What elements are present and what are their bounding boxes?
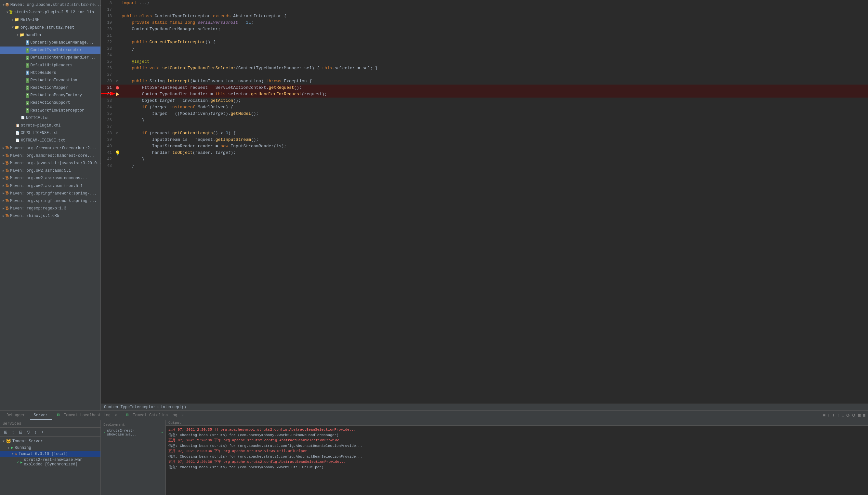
services-btn-filter[interactable]: ▽ [26, 429, 32, 435]
jar-expand-icon[interactable]: ▼ [6, 10, 8, 15]
handler-expand-icon[interactable]: ▶ [17, 33, 19, 38]
fold-icon-30[interactable]: ⊟ [117, 79, 118, 83]
sidebar-item-jar[interactable]: ▼ 🗜 struts2-rest-plugin-2.5.12.jar lib [0, 9, 101, 16]
spring1-expand-icon[interactable]: ▶ [3, 191, 4, 196]
services-btn-add[interactable]: + [40, 429, 45, 435]
bottom-btn-2[interactable]: ⬆ [827, 413, 830, 418]
server-detail: Deployment ✓ struts2-rest-showcase:wa...… [101, 420, 868, 495]
sidebar-item-maven-asm-commons[interactable]: ▶ 🗜 Maven: org.ow2.asm:asm-commons... [0, 175, 101, 182]
sidebar-item-struts2-re[interactable]: ▼ 📦 Maven: org.apache.struts2:struts2-re… [0, 1, 101, 9]
tomcat-version-expand-icon[interactable]: ▼ [12, 452, 14, 456]
sidebar-item-maven-hamcrest[interactable]: ▶ 🗜 Maven: org.hamcrest:hamcrest-core... [0, 152, 101, 160]
sidebar-item-RestActionProxyFactory[interactable]: C RestActionProxyFactory [0, 92, 101, 99]
bottom-btn-8[interactable]: ⊟ [858, 413, 861, 418]
sidebar-item-org-apache[interactable]: ▼ 📁 org.apache.struts2.rest [0, 24, 101, 32]
line-num-26: 26 [101, 65, 114, 71]
sidebar-item-NOTICE[interactable]: 📄 NOTICE.txt [0, 115, 101, 122]
bottom-btn-7[interactable]: ⟳ [852, 413, 856, 418]
freemarker-expand-icon[interactable]: ▶ [3, 146, 4, 151]
sidebar-item-maven-asm-tree[interactable]: ▶ 🗜 Maven: org.ow2.asm:asm-tree:5.1 [0, 183, 101, 190]
sidebar-item-HttpHeaders[interactable]: I HttpHeaders [0, 69, 101, 77]
regexp-expand-icon[interactable]: ▶ [3, 206, 4, 211]
bottom-tab-buttons: ≡ ⬆ ⬇ ↑ ↓ ⟳ ⟳ ⊟ ⊞ [823, 413, 865, 418]
sidebar-item-maven-spring2[interactable]: ▶ 🗜 Maven: org.springframework:spring-..… [0, 198, 101, 205]
tab-server[interactable]: Server [30, 411, 52, 420]
services-btn-sort[interactable]: ↕ [11, 429, 16, 435]
rhino-expand-icon[interactable]: ▶ [3, 214, 4, 219]
spring2-expand-icon[interactable]: ▶ [3, 199, 4, 204]
sidebar-item-label: Maven: org.springframework:spring-... [10, 198, 96, 204]
sidebar-item-handler[interactable]: ▶ 📁 handler [0, 32, 101, 39]
server-item-tomcat-version[interactable]: ▼ ⊙ Tomcat 6.0.10 [local] [0, 451, 101, 457]
line-num-19: 19 [101, 19, 114, 26]
sidebar-item-RestActionMapper[interactable]: C RestActionMapper [0, 84, 101, 92]
asm-commons-expand-icon[interactable]: ▶ [3, 176, 4, 181]
sidebar-item-XPP3[interactable]: 📄 XPP3-LICENSE.txt [0, 130, 101, 137]
line-content-33: Object target = invocation.getAction(); [120, 98, 241, 104]
services-btn-group[interactable]: ⊟ [18, 429, 24, 435]
breadcrumb-method[interactable]: intercept() [161, 405, 186, 409]
asm-tree-expand-icon[interactable]: ▶ [3, 184, 4, 189]
sidebar-item-struts-plugin-xml[interactable]: 📋 struts-plugin.xml [0, 122, 101, 130]
tab-tomcat-catalina[interactable]: 🖥 Tomcat Catalina Log × [121, 411, 187, 420]
deploy-arrow-icon: → [161, 431, 163, 434]
sidebar-item-XSTREAM[interactable]: 📄 XSTREAM-LICENSE.txt [0, 137, 101, 144]
server-item-deployment[interactable]: ✓ ▶ struts2-rest-showcase:war exploded [… [0, 457, 101, 467]
line-num-34: 34 [101, 104, 114, 110]
class-icon: C [26, 108, 29, 113]
meta-expand-icon[interactable]: ▶ [12, 18, 14, 23]
fold-icon-38[interactable]: ⊟ [117, 131, 118, 135]
sidebar-item-DefaultHttpHeaders[interactable]: C DefaultHttpHeaders [0, 62, 101, 69]
line-content-37 [120, 124, 122, 130]
line-content-41: handler.toObject(reader, target); [120, 150, 236, 156]
tab-tomcat-catalina-close[interactable]: × [182, 414, 184, 417]
javassist-expand-icon[interactable]: ▶ [3, 161, 4, 166]
bottom-btn-6[interactable]: ⟳ [846, 413, 850, 418]
sidebar-item-label: Maven: org.freemarker:freemarker:2... [10, 146, 96, 152]
bottom-btn-9[interactable]: ⊞ [863, 413, 865, 418]
sidebar-item-RestActionInvocation[interactable]: C RestActionInvocation [0, 77, 101, 84]
bottom-btn-4[interactable]: ↑ [837, 413, 839, 418]
tab-tomcat-localhost[interactable]: 🖥 Tomcat Localhost Log × [52, 411, 121, 420]
bottom-btn-5[interactable]: ↓ [842, 413, 844, 418]
hamcrest-expand-icon[interactable]: ▶ [3, 153, 4, 158]
sidebar-item-maven-javassist[interactable]: ▶ 🗜 Maven: org.javassist:javassist:3.20.… [0, 160, 101, 167]
asm-expand-icon[interactable]: ▶ [3, 169, 4, 174]
server-expand-icon[interactable]: ▼ [3, 440, 4, 443]
sidebar-item-maven-freemarker[interactable]: ▶ 🗜 Maven: org.freemarker:freemarker:2..… [0, 145, 101, 152]
bottom-btn-3[interactable]: ⬇ [832, 413, 835, 418]
code-line-18: 18 public class ContentTypeInterceptor e… [101, 13, 868, 19]
server-label-deployment: struts2-rest-showcase:war exploded [Sync… [24, 458, 98, 467]
line-content-36: } [120, 117, 144, 124]
deployment-label: Deployment [103, 423, 163, 427]
sidebar-item-DefaultContentTypeHandler[interactable]: C DefaultContentTypeHandler... [0, 54, 101, 62]
line-num-31: 31 [101, 85, 114, 91]
sidebar-item-ContentTypeHandlerManager[interactable]: I ContentTypeHandlerManage... [0, 39, 101, 47]
bottom-btn-1[interactable]: ≡ [823, 413, 826, 418]
expand-arrow-icon[interactable]: ▼ [3, 3, 4, 8]
sidebar-item-maven-rhino[interactable]: ▶ 🗜 Maven: rhino:js:1.6R5 [0, 212, 101, 220]
breakpoint-dot-31[interactable] [116, 86, 119, 89]
line-num-20: 20 [101, 26, 114, 33]
sidebar-item-maven-asm[interactable]: ▶ 🗜 Maven: org.ow2.asm:asm:5.1 [0, 167, 101, 175]
breadcrumb-class[interactable]: ContentTypeInterceptor [104, 405, 155, 409]
org-expand-icon[interactable]: ▼ [12, 25, 14, 30]
server-item-tomcat-server[interactable]: ▼ 🐱 Tomcat Server [0, 438, 101, 445]
services-btn-scroll[interactable]: ↕ [34, 429, 38, 435]
line-num-21: 21 [101, 33, 114, 39]
server-item-running[interactable]: ▶ ▶ Running [0, 445, 101, 451]
tab-debugger[interactable]: Debugger [3, 411, 29, 420]
tab-tomcat-localhost-close[interactable]: × [115, 414, 117, 417]
gutter-34 [114, 104, 120, 110]
sidebar-item-RestActionSupport[interactable]: C RestActionSupport [0, 99, 101, 107]
services-btn-layout[interactable]: ⊞ [3, 429, 9, 435]
output-panel[interactable]: 五月 07, 2021 2:20:35 || org.apachesymbol.… [166, 426, 868, 495]
running-expand-icon[interactable]: ▶ [8, 446, 10, 450]
sidebar-item-maven-regexp[interactable]: ▶ 🗜 Maven: regexp:regexp:1.3 [0, 205, 101, 212]
sidebar-item-meta-inf[interactable]: ▶ 📁 META-INF [0, 16, 101, 24]
sidebar-item-maven-spring1[interactable]: ▶ 🗜 Maven: org.springframework:spring-..… [0, 190, 101, 198]
code-container[interactable]: 8 import ...; 17 18 public class Content… [101, 0, 868, 404]
sidebar-item-ContentTypeInterceptor[interactable]: C ContentTypeInterceptor [0, 47, 101, 54]
output-line-2: 信息: Choosing bean (struts) for (com.open… [169, 432, 865, 438]
sidebar-item-RestWorkflowInterceptor[interactable]: C RestWorkflowInterceptor [0, 107, 101, 115]
